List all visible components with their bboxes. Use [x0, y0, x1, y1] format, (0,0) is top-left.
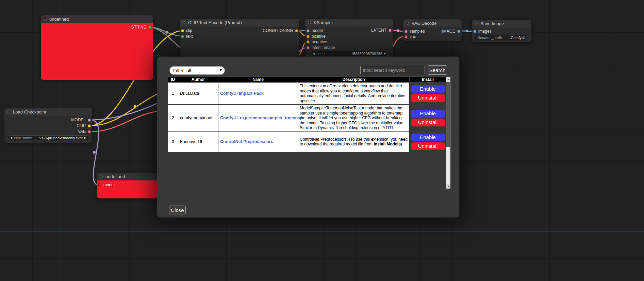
input-dot-clip[interactable] [181, 29, 184, 32]
table-scrollbar[interactable]: ▲ ▼ [446, 77, 450, 189]
input-port-images[interactable]: images [473, 29, 492, 34]
search-input[interactable] [360, 66, 425, 74]
table-header-row: ID Author Name Description Install [168, 77, 446, 83]
widget-value: 156680208700286 [351, 52, 382, 56]
input-port-positive[interactable]: positive [307, 34, 326, 39]
input-port-vae[interactable]: vae [404, 34, 416, 39]
cell-author: Dr.Lt.Data [178, 83, 218, 105]
input-port-samples[interactable]: samples [404, 29, 425, 34]
search-button[interactable]: Search [428, 65, 447, 75]
column-header-id: ID [168, 77, 178, 83]
widget-value: ComfyUI [511, 36, 525, 40]
input-dot-positive[interactable] [307, 35, 310, 38]
collapse-dot-icon[interactable] [100, 175, 103, 178]
port-label: images [478, 29, 492, 34]
port-label: CLIP [77, 123, 86, 128]
enable-button[interactable]: Enable [411, 134, 445, 141]
input-dot-latent-image[interactable] [307, 46, 310, 49]
node-header[interactable]: undefined [41, 15, 153, 23]
node-title: Load Checkpoint [13, 109, 46, 115]
node-undefined-string[interactable]: undefined STRING [41, 15, 153, 80]
collapse-dot-icon[interactable] [406, 22, 409, 25]
input-dot-negative[interactable] [307, 40, 310, 43]
column-header-install: Install [410, 77, 446, 83]
port-label: MODEL [71, 118, 86, 122]
node-undefined-model[interactable]: undefined model [97, 173, 165, 198]
port-label: clip [186, 28, 192, 33]
output-dot-vae[interactable] [88, 130, 91, 133]
filter-select[interactable]: Filter: all [169, 66, 225, 75]
input-dot-images[interactable] [473, 30, 476, 33]
ckpt-name-widget[interactable]: ◀ ckpt_name v1-5-pruned-emaonly.ckpt ▶ [7, 135, 89, 140]
extension-link[interactable]: ComfyUI Impact Pack [220, 91, 264, 96]
enable-button[interactable]: Enable [411, 85, 445, 93]
uninstall-button[interactable]: Uninstall [411, 142, 445, 150]
scroll-down-icon[interactable]: ▼ [446, 184, 450, 189]
decrement-icon[interactable]: ◀ [10, 137, 12, 139]
port-label: samples [410, 29, 425, 34]
collapse-dot-icon[interactable] [7, 110, 10, 113]
collapse-dot-icon[interactable] [308, 21, 311, 24]
output-dot-image[interactable] [457, 30, 460, 33]
close-button[interactable]: Close [169, 206, 186, 214]
seed-widget[interactable]: ◀ seed 156680208700286 ▶ [310, 51, 389, 56]
uninstall-button[interactable]: Uninstall [411, 119, 445, 126]
port-label: latent_image [312, 45, 335, 50]
node-ksampler[interactable]: KSampler model positive negative latent_… [305, 19, 393, 59]
node-header[interactable]: KSampler [305, 19, 393, 27]
node-save-image[interactable]: Save Image images filename_prefix ComfyU… [472, 20, 531, 42]
collapse-dot-icon[interactable] [475, 22, 478, 25]
output-port-clip[interactable]: CLIP [77, 123, 91, 128]
output-port-model[interactable]: MODEL [71, 118, 91, 122]
collapse-dot-icon[interactable] [182, 21, 185, 24]
output-port-latent[interactable]: LATENT [371, 28, 392, 33]
node-vae-decode[interactable]: VAE Decode samples vae IMAGE [403, 19, 462, 41]
decrement-icon[interactable]: ◀ [313, 52, 315, 55]
collapse-dot-icon[interactable] [44, 18, 47, 21]
filename-prefix-widget[interactable]: filename_prefix ComfyUI [475, 35, 528, 40]
output-port-conditioning[interactable]: CONDITIONING [263, 28, 298, 33]
input-port-text[interactable]: text [181, 34, 193, 39]
output-port-image[interactable]: IMAGE [442, 29, 460, 34]
node-title: Save Image [480, 21, 504, 26]
port-label: LATENT [371, 28, 386, 33]
input-port-model[interactable]: model [98, 182, 115, 187]
node-header[interactable]: Save Image [472, 20, 531, 28]
extension-table: ID Author Name Description Install 1 Dr.… [168, 76, 446, 152]
extension-link[interactable]: ComfyUI_experiments/sampler_tonemap [220, 116, 302, 120]
input-dot-model[interactable] [307, 29, 310, 32]
node-header[interactable]: CLIP Text Encode (Prompt) [180, 19, 299, 27]
input-port-clip[interactable]: clip [181, 28, 192, 33]
output-port-vae[interactable]: VAE [78, 129, 91, 134]
output-dot-conditioning[interactable] [295, 29, 298, 32]
input-port-negative[interactable]: negative [307, 39, 327, 44]
description-bold-text: Install Models [374, 142, 400, 146]
input-port-model[interactable]: model [307, 28, 323, 33]
input-dot-samples[interactable] [404, 30, 408, 33]
increment-icon[interactable]: ▶ [84, 137, 86, 139]
input-dot-model[interactable] [98, 183, 101, 187]
node-header[interactable]: Load Checkpoint [4, 108, 92, 116]
enable-button[interactable]: Enable [411, 110, 445, 118]
extension-link[interactable]: ControlNet Preprocessors [220, 139, 273, 144]
scroll-up-icon[interactable]: ▲ [446, 77, 450, 82]
increment-icon[interactable]: ▶ [384, 52, 386, 55]
scrollbar-thumb[interactable] [446, 82, 450, 147]
widget-label: ckpt_name [14, 136, 32, 140]
uninstall-button[interactable]: Uninstall [411, 94, 445, 102]
port-label: STRING [131, 25, 147, 30]
input-dot-text[interactable] [181, 35, 184, 38]
input-dot-vae[interactable] [404, 35, 408, 38]
node-body: model [97, 180, 165, 198]
input-port-latent-image[interactable]: latent_image [307, 45, 335, 50]
output-dot-model[interactable] [88, 119, 91, 122]
output-dot-string[interactable] [149, 26, 152, 29]
output-port-string[interactable]: STRING [131, 25, 152, 30]
node-header[interactable]: undefined [97, 173, 165, 180]
output-dot-clip[interactable] [88, 124, 91, 127]
node-header[interactable]: VAE Decode [403, 19, 462, 27]
node-title: undefined [49, 17, 69, 22]
port-label: text [186, 34, 193, 39]
node-load-checkpoint[interactable]: Load Checkpoint MODEL CLIP VAE ◀ ckpt_na… [4, 108, 92, 143]
output-dot-latent[interactable] [389, 29, 392, 32]
